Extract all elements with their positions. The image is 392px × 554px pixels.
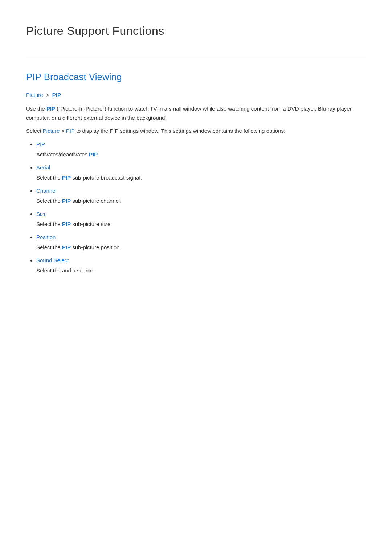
breadcrumb-picture-link[interactable]: Picture — [26, 92, 43, 98]
list-item-desc-sound-select: Select the audio source. — [26, 266, 366, 275]
intro-para2-suffix: to display the PIP settings window. This… — [75, 128, 286, 134]
intro-paragraph-1: Use the PIP ("Picture-In-Picture") funct… — [26, 104, 366, 123]
pip-settings-link[interactable]: PIP — [66, 128, 75, 134]
pip-bold-position: PIP — [62, 244, 71, 250]
pip-highlight-1: PIP — [46, 106, 55, 112]
list-item-desc-aerial: Select the PIP sub-picture broadcast sig… — [26, 173, 366, 182]
divider — [26, 58, 366, 58]
page-title: Picture Support Functions — [26, 22, 366, 40]
list-item-title-channel[interactable]: Channel — [36, 188, 57, 194]
list-item: Size Select the PIP sub-picture size. — [36, 210, 366, 229]
intro-para1-suffix: ("Picture-In-Picture") function to watch… — [26, 106, 353, 121]
list-item: Aerial Select the PIP sub-picture broadc… — [36, 163, 366, 182]
list-item-title-position[interactable]: Position — [36, 234, 56, 240]
list-item-title-size[interactable]: Size — [36, 211, 47, 217]
list-item-desc-size: Select the PIP sub-picture size. — [26, 220, 366, 229]
picture-link[interactable]: Picture — [43, 128, 60, 134]
breadcrumb-separator: > — [46, 92, 51, 98]
list-item: Sound Select Select the audio source. — [36, 256, 366, 275]
pip-bold-aerial: PIP — [62, 175, 71, 181]
list-item-title-aerial[interactable]: Aerial — [36, 164, 50, 171]
pip-bold-size: PIP — [62, 221, 71, 227]
list-item-desc-position: Select the PIP sub-picture position. — [26, 243, 366, 252]
arrow: > — [60, 128, 66, 134]
list-item-title-pip[interactable]: PIP — [36, 141, 45, 147]
intro-paragraph-2: Select Picture > PIP to display the PIP … — [26, 127, 366, 136]
list-item-title-sound-select[interactable]: Sound Select — [36, 257, 69, 263]
list-item: Position Select the PIP sub-picture posi… — [36, 233, 366, 252]
pip-bold-pip: PIP — [89, 151, 98, 157]
pip-options-list: PIP Activates/deactivates PIP. Aerial Se… — [36, 140, 366, 275]
intro-para1-prefix: Use the — [26, 106, 46, 112]
breadcrumb-pip-link[interactable]: PIP — [52, 92, 61, 98]
section-title: PIP Broadcast Viewing — [26, 70, 366, 85]
list-item-desc-channel: Select the PIP sub-picture channel. — [26, 197, 366, 205]
list-item-desc-pip: Activates/deactivates PIP. — [26, 150, 366, 159]
list-item: PIP Activates/deactivates PIP. — [36, 140, 366, 159]
intro-para2-prefix: Select — [26, 128, 43, 134]
pip-bold-channel: PIP — [62, 198, 71, 204]
list-item: Channel Select the PIP sub-picture chann… — [36, 186, 366, 205]
breadcrumb: Picture > PIP — [26, 91, 366, 99]
